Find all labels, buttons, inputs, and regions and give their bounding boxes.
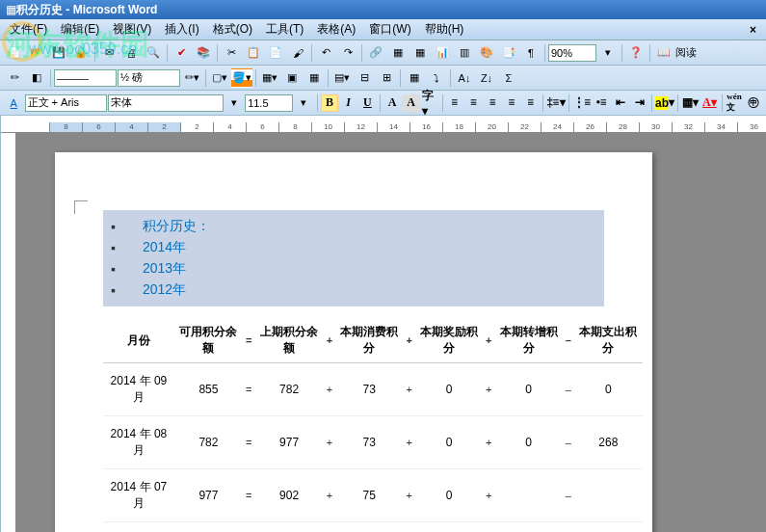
- cell-spend[interactable]: 73: [335, 363, 403, 416]
- document-page[interactable]: ▪积分历史： ▪2014年 ▪2013年 ▪2012年 月份 可用积分余额 =: [55, 152, 652, 532]
- undo-button[interactable]: ↶: [315, 43, 336, 63]
- font-size-combo[interactable]: [245, 94, 293, 112]
- char-shading-button[interactable]: A: [402, 94, 420, 112]
- cell-out[interactable]: 0: [574, 522, 643, 533]
- menu-table[interactable]: 表格(A): [311, 19, 361, 40]
- enclose-char-button[interactable]: ㊥: [744, 94, 762, 112]
- align-right-button[interactable]: ≡: [484, 94, 502, 112]
- draw-table-button[interactable]: ✏: [4, 68, 25, 88]
- cell-month[interactable]: 2014 年 07 月: [103, 469, 174, 522]
- split-cells-button[interactable]: ▦: [304, 68, 325, 88]
- cell-reward[interactable]: 0: [415, 416, 483, 469]
- spellcheck-button[interactable]: ✔: [171, 43, 192, 63]
- autoformat-button[interactable]: ▦: [404, 68, 425, 88]
- borders-button[interactable]: ▦▾: [681, 94, 700, 112]
- drawing-button[interactable]: 🎨: [476, 43, 497, 63]
- list-item[interactable]: ▪2012年: [103, 279, 600, 301]
- line-style-combo[interactable]: [54, 69, 117, 87]
- save-button[interactable]: 💾: [48, 43, 69, 63]
- menu-file[interactable]: 文件(F): [4, 19, 53, 40]
- new-doc-button[interactable]: 📄: [4, 43, 25, 63]
- highlight-button[interactable]: ab▾: [655, 94, 674, 112]
- menu-tools[interactable]: 工具(T): [260, 19, 309, 40]
- cell-prev[interactable]: 977: [254, 416, 323, 469]
- align-center-button[interactable]: ≡: [464, 94, 483, 112]
- table-row[interactable]: 2014 年 09 月855=782+73+0+0–0: [103, 363, 643, 416]
- decrease-indent-button[interactable]: ⇤: [612, 94, 630, 112]
- read-mode-button[interactable]: 📖: [653, 43, 674, 63]
- distributed-button[interactable]: ≡: [521, 94, 540, 112]
- list-item[interactable]: ▪积分历史：: [103, 216, 600, 237]
- cell-spend[interactable]: 75: [335, 469, 403, 522]
- numbering-button[interactable]: ⋮≡: [572, 94, 592, 112]
- heading-link[interactable]: 积分历史：: [143, 218, 210, 235]
- doc-map-button[interactable]: 📑: [498, 43, 519, 63]
- style-combo[interactable]: [25, 94, 107, 112]
- italic-button[interactable]: I: [339, 94, 357, 112]
- cell-prev[interactable]: 782: [254, 363, 323, 416]
- year-link[interactable]: 2012年: [143, 281, 186, 299]
- sort-desc-button[interactable]: Z↓: [476, 68, 497, 88]
- permission-button[interactable]: 🔒: [70, 43, 92, 63]
- cell-reward[interactable]: 0: [415, 469, 483, 522]
- excel-button[interactable]: 📊: [432, 43, 453, 63]
- menu-edit[interactable]: 编辑(E): [55, 19, 105, 40]
- align-left-button[interactable]: ≡: [446, 94, 464, 112]
- size-dropdown-icon[interactable]: ▾: [294, 93, 314, 113]
- char-scaling-button[interactable]: 字▾: [421, 94, 439, 112]
- document-scroll-area[interactable]: ▪积分历史： ▪2014年 ▪2013年 ▪2012年 月份 可用积分余额 =: [1, 133, 766, 532]
- underline-button[interactable]: U: [358, 94, 377, 112]
- research-button[interactable]: 📚: [193, 43, 214, 63]
- distribute-cols-button[interactable]: ⊞: [376, 68, 397, 88]
- cell-month[interactable]: 2014 年 08 月: [103, 416, 174, 469]
- distribute-rows-button[interactable]: ⊟: [354, 68, 375, 88]
- copy-button[interactable]: 📋: [243, 43, 264, 63]
- eraser-button[interactable]: ◧: [26, 68, 47, 88]
- menu-window[interactable]: 窗口(W): [363, 19, 416, 40]
- list-item[interactable]: ▪2014年: [103, 237, 600, 258]
- selected-block[interactable]: ▪积分历史： ▪2014年 ▪2013年 ▪2012年: [103, 210, 604, 306]
- cell-add[interactable]: 0: [494, 363, 562, 416]
- help-button[interactable]: ❓: [625, 43, 647, 63]
- menu-view[interactable]: 视图(V): [107, 19, 157, 40]
- vertical-ruler[interactable]: [1, 133, 16, 532]
- points-table[interactable]: 月份 可用积分余额 = 上期积分余额 + 本期消费积分 + 本期奖励积分 + 本…: [103, 318, 643, 532]
- print-preview-button[interactable]: 🔍: [143, 43, 164, 63]
- cut-button[interactable]: ✂: [221, 43, 242, 63]
- doc-close-button[interactable]: ×: [744, 23, 762, 37]
- columns-button[interactable]: ▥: [454, 43, 475, 63]
- paste-button[interactable]: 📄: [265, 43, 286, 63]
- font-combo[interactable]: [108, 94, 224, 112]
- phonetic-guide-button[interactable]: wén文: [726, 94, 744, 112]
- redo-button[interactable]: ↷: [337, 43, 358, 63]
- cell-avail[interactable]: 782: [174, 416, 243, 469]
- styles-pane-button[interactable]: A: [4, 93, 24, 113]
- font-color-button[interactable]: A▾: [700, 94, 719, 112]
- bullets-button[interactable]: •≡: [593, 94, 611, 112]
- zoom-combo[interactable]: [548, 44, 596, 62]
- align-justify-button[interactable]: ≡: [503, 94, 521, 112]
- cell-add[interactable]: [494, 469, 562, 522]
- cell-out[interactable]: 268: [574, 416, 643, 469]
- cell-avail[interactable]: 977: [174, 469, 243, 522]
- tables-borders-button[interactable]: ▦: [387, 43, 409, 63]
- open-button[interactable]: 📂: [26, 43, 47, 63]
- border-color-button[interactable]: ✏▾: [181, 68, 202, 88]
- sort-asc-button[interactable]: A↓: [454, 68, 475, 88]
- increase-indent-button[interactable]: ⇥: [630, 94, 648, 112]
- cell-month[interactable]: 2014 年 09 月: [103, 363, 174, 416]
- table-row[interactable]: 2014 年 06 月902=853+49+0+0–0: [103, 522, 643, 533]
- line-spacing-button[interactable]: ‡≡▾: [546, 94, 566, 112]
- menu-help[interactable]: 帮助(H): [419, 19, 470, 40]
- autosum-button[interactable]: Σ: [498, 68, 519, 88]
- cell-spend[interactable]: 73: [335, 416, 403, 469]
- insert-table-button[interactable]: ▦: [409, 43, 431, 63]
- text-direction-button[interactable]: ⤵: [426, 68, 447, 88]
- line-weight-combo[interactable]: [118, 69, 180, 87]
- cell-avail[interactable]: 855: [174, 363, 243, 416]
- list-item[interactable]: ▪2013年: [103, 258, 600, 279]
- cell-avail[interactable]: 902: [174, 522, 243, 533]
- cell-add[interactable]: 0: [494, 522, 562, 533]
- show-hide-button[interactable]: ¶: [520, 43, 541, 63]
- outside-border-button[interactable]: ▢▾: [209, 68, 230, 88]
